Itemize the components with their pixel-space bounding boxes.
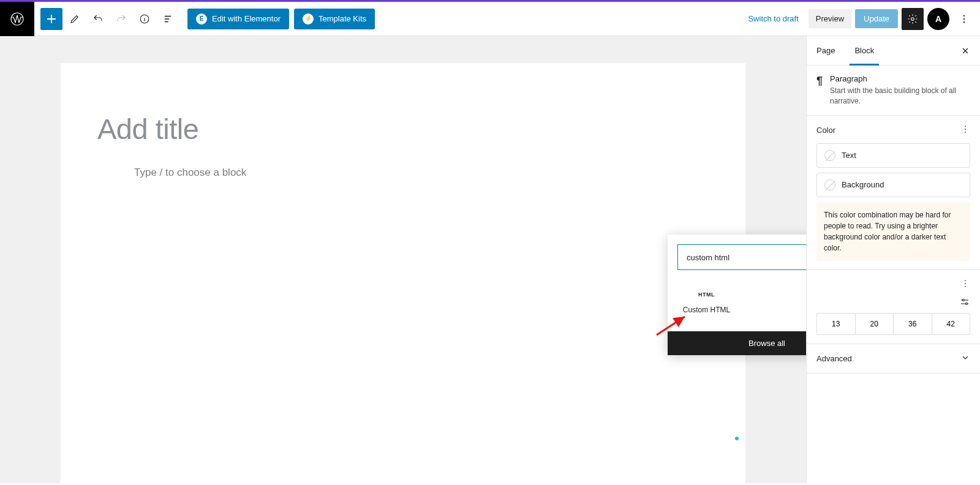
add-block-button[interactable]	[40, 8, 62, 30]
info-button[interactable]	[134, 8, 156, 30]
tab-block[interactable]: Block	[845, 36, 884, 65]
wp-logo[interactable]	[0, 2, 34, 36]
editor-canvas-area: Add title Type / to choose a block HTML …	[0, 36, 806, 483]
typography-section: 13 20 36 42	[807, 270, 980, 344]
page-canvas[interactable]: Add title Type / to choose a block	[61, 63, 745, 483]
status-indicator-dot	[735, 437, 739, 440]
button-label: Template Kits	[318, 14, 366, 23]
bolt-icon: ⚡	[303, 13, 314, 24]
svg-point-4	[963, 18, 965, 19]
block-description: Start with the basic building block of a…	[830, 86, 970, 107]
svg-point-10	[965, 280, 966, 281]
font-size-presets: 13 20 36 42	[816, 313, 970, 335]
elementor-icon: E	[196, 13, 207, 24]
svg-point-0	[11, 13, 23, 25]
outline-button[interactable]	[157, 8, 179, 30]
svg-point-8	[965, 129, 966, 130]
inserter-result-custom-html[interactable]: HTML Custom HTML	[677, 280, 736, 321]
font-size-13[interactable]: 13	[817, 314, 856, 334]
svg-point-14	[966, 303, 968, 304]
html-icon: HTML	[699, 287, 714, 302]
contrast-warning: This color combination may be hard for p…	[816, 202, 970, 261]
advanced-section[interactable]: Advanced	[807, 344, 980, 374]
font-size-42[interactable]: 42	[932, 314, 970, 334]
block-settings-sidebar: Page Block ¶ Paragraph Start with the ba…	[806, 36, 980, 483]
block-info-section: ¶ Paragraph Start with the basic buildin…	[807, 66, 980, 116]
switch-to-draft-button[interactable]: Switch to draft	[742, 10, 804, 27]
color-label: Background	[842, 180, 884, 189]
theme-icon[interactable]: A	[927, 8, 949, 30]
svg-point-11	[965, 283, 966, 284]
browse-all-button[interactable]: Browse all	[668, 331, 806, 355]
background-color-control[interactable]: Background	[816, 173, 970, 197]
edit-with-elementor-button[interactable]: E Edit with Elementor	[187, 9, 289, 29]
undo-button[interactable]	[87, 8, 109, 30]
section-options-button[interactable]	[960, 279, 970, 290]
button-label: Edit with Elementor	[212, 14, 281, 23]
font-size-36[interactable]: 36	[894, 314, 932, 334]
advanced-heading: Advanced	[816, 354, 852, 363]
edit-button[interactable]	[64, 8, 86, 30]
paragraph-icon: ¶	[816, 75, 823, 88]
svg-point-12	[965, 285, 966, 287]
close-sidebar-button[interactable]	[951, 36, 980, 66]
chevron-down-icon	[960, 353, 970, 364]
font-size-20[interactable]: 20	[856, 314, 894, 334]
svg-point-3	[963, 15, 965, 16]
editor-topbar: E Edit with Elementor ⚡ Template Kits Sw…	[0, 2, 980, 36]
redo-button[interactable]	[110, 8, 132, 30]
block-inserter-popup: HTML Custom HTML Browse all	[668, 235, 806, 355]
color-heading: Color	[816, 126, 835, 135]
text-color-control[interactable]: Text	[816, 143, 970, 168]
title-input[interactable]: Add title	[97, 112, 709, 146]
svg-point-5	[963, 21, 965, 23]
color-swatch-none-icon	[824, 150, 835, 161]
svg-point-13	[962, 299, 964, 301]
paragraph-placeholder[interactable]: Type / to choose a block	[134, 167, 709, 179]
color-section: Color Text Background This color combina…	[807, 116, 980, 270]
tab-page[interactable]: Page	[807, 36, 845, 65]
block-title: Paragraph	[830, 74, 970, 83]
template-kits-button[interactable]: ⚡ Template Kits	[294, 9, 375, 29]
section-options-button[interactable]	[960, 124, 970, 136]
svg-point-2	[911, 17, 914, 20]
svg-point-9	[965, 131, 966, 132]
color-swatch-none-icon	[824, 179, 835, 190]
sliders-icon[interactable]	[959, 296, 970, 309]
color-label: Text	[842, 151, 856, 160]
inserter-search-wrap	[677, 244, 806, 270]
inserter-search-input[interactable]	[685, 252, 806, 263]
settings-button[interactable]	[902, 8, 924, 30]
preview-button[interactable]: Preview	[809, 9, 851, 28]
inserter-result-label: Custom HTML	[683, 306, 730, 314]
update-button[interactable]: Update	[855, 9, 898, 28]
svg-point-7	[965, 126, 966, 127]
more-options-button[interactable]	[953, 8, 975, 30]
